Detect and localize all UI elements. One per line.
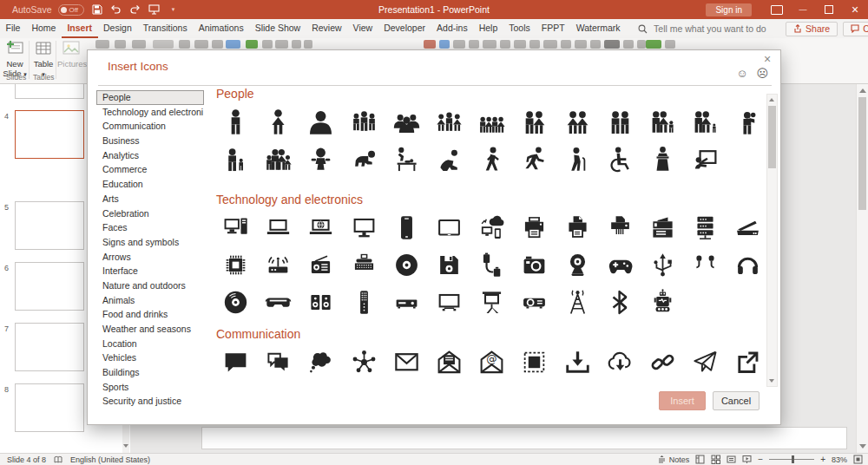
tab-review[interactable]: Review	[306, 19, 347, 38]
slide-thumbnail-7[interactable]	[15, 323, 84, 371]
notes-toggle[interactable]: Notes	[658, 455, 690, 464]
ribbon-display-options-icon[interactable]	[764, 0, 790, 19]
man-icon[interactable]	[214, 104, 257, 139]
open-letter-icon[interactable]	[428, 344, 470, 379]
email-at-icon[interactable]: @	[470, 344, 513, 379]
family-with-child-icon[interactable]	[641, 104, 684, 139]
minimize-button[interactable]: —	[790, 0, 816, 19]
zoom-out-button[interactable]: −	[758, 455, 763, 464]
radio-icon[interactable]	[299, 247, 342, 282]
optical-disc-icon[interactable]	[385, 247, 428, 282]
scrollbar-thumb[interactable]	[858, 97, 866, 210]
autosave-toggle[interactable]: Off	[58, 4, 85, 16]
category-sports[interactable]: Sports	[96, 380, 204, 395]
game-controller-icon[interactable]	[599, 247, 641, 282]
remote-control-icon[interactable]	[343, 285, 385, 319]
category-education[interactable]: Education	[96, 177, 204, 192]
tab-home[interactable]: Home	[26, 19, 62, 38]
printer-icon[interactable]	[513, 210, 556, 245]
hyperlink-chain-icon[interactable]	[641, 344, 684, 379]
close-button[interactable]: ×	[842, 0, 868, 19]
sign-in-button[interactable]: Sign in	[706, 3, 752, 16]
person-bust-icon[interactable]	[299, 104, 342, 139]
category-communication[interactable]: Communication	[96, 119, 204, 134]
category-buildings[interactable]: Buildings	[96, 365, 204, 380]
share-arrow-icon[interactable]	[727, 344, 769, 379]
robot-icon[interactable]	[641, 285, 684, 319]
monitor-icon[interactable]	[343, 210, 385, 245]
tab-developer[interactable]: Developer	[378, 19, 431, 38]
video-projector-icon[interactable]	[513, 285, 556, 319]
category-commerce[interactable]: Commerce	[96, 162, 204, 177]
earbuds-icon[interactable]	[684, 247, 727, 282]
group-four-icon[interactable]	[470, 104, 513, 139]
redo-icon[interactable]	[128, 3, 141, 16]
devices-cloud-sync-icon[interactable]	[470, 210, 513, 245]
slide-thumbnail-8[interactable]	[15, 383, 84, 432]
group-mixed-icon[interactable]	[428, 104, 470, 139]
scroll-up-icon[interactable]	[769, 98, 774, 102]
maximize-button[interactable]	[816, 0, 842, 19]
scrollbar-thumb[interactable]	[768, 106, 776, 168]
slide-sorter-view-icon[interactable]	[711, 455, 720, 464]
tab-help[interactable]: Help	[473, 19, 503, 38]
tab-slide-show[interactable]: Slide Show	[249, 19, 306, 38]
woman-icon[interactable]	[257, 104, 299, 139]
speaker-podium-icon[interactable]	[641, 141, 684, 176]
paper-plane-icon[interactable]	[684, 344, 727, 379]
feedback-frown-icon[interactable]: ☹	[756, 67, 768, 80]
vr-headset-icon[interactable]	[257, 285, 299, 319]
person-running-icon[interactable]	[513, 141, 556, 176]
paper-shredder-icon[interactable]	[599, 210, 641, 245]
webcam-icon[interactable]	[556, 247, 599, 282]
zoom-in-button[interactable]: +	[820, 455, 825, 464]
adult-with-child-icon[interactable]	[214, 141, 257, 176]
tab-insert[interactable]: Insert	[62, 19, 98, 38]
loudspeakers-icon[interactable]	[299, 285, 342, 319]
baby-icon[interactable]	[299, 141, 342, 176]
category-signs-and-symbols[interactable]: Signs and symbols	[96, 235, 204, 250]
slide-edit-surface[interactable]	[201, 427, 847, 449]
tablet-icon[interactable]	[428, 210, 470, 245]
printer-document-icon[interactable]	[556, 210, 599, 245]
scroll-down-icon[interactable]	[769, 379, 774, 383]
category-business[interactable]: Business	[96, 134, 204, 148]
main-scrollbar[interactable]	[856, 84, 868, 453]
person-crouching-icon[interactable]	[428, 141, 470, 176]
wheelchair-icon[interactable]	[599, 141, 641, 176]
category-celebration[interactable]: Celebration	[96, 206, 204, 221]
category-food-and-drinks[interactable]: Food and drinks	[96, 307, 204, 322]
zoom-slider[interactable]	[769, 459, 814, 460]
cancel-button[interactable]: Cancel	[713, 391, 760, 410]
reading-view-icon[interactable]	[727, 455, 736, 464]
wireless-router-icon[interactable]	[257, 247, 299, 282]
tab-add-ins[interactable]: Add-ins	[431, 19, 474, 38]
start-presentation-icon[interactable]	[148, 3, 161, 16]
chat-bubbles-icon[interactable]	[257, 344, 299, 379]
headphones-icon[interactable]	[727, 247, 769, 282]
smartphone-icon[interactable]	[385, 210, 428, 245]
postage-stamp-icon[interactable]	[513, 344, 556, 379]
download-arrow-icon[interactable]	[556, 344, 599, 379]
person-walking-icon[interactable]	[470, 141, 513, 176]
photocopier-icon[interactable]	[641, 210, 684, 245]
language-indicator[interactable]: English (United States)	[70, 455, 150, 464]
media-player-icon[interactable]	[385, 285, 428, 319]
category-faces[interactable]: Faces	[96, 220, 204, 235]
server-rack-icon[interactable]	[684, 210, 727, 245]
tab-design[interactable]: Design	[98, 19, 138, 38]
category-technology-and-electronics[interactable]: Technology and electronics	[96, 105, 204, 120]
tab-tools[interactable]: Tools	[503, 19, 536, 38]
tab-view[interactable]: View	[347, 19, 378, 38]
typewriter-icon[interactable]	[343, 247, 385, 282]
tab-file[interactable]: File	[0, 19, 26, 38]
vinyl-record-icon[interactable]	[214, 285, 257, 319]
laptop-icon[interactable]	[257, 210, 299, 245]
dialog-scrollbar[interactable]	[766, 94, 778, 387]
slide-thumbnail-partial[interactable]	[15, 84, 84, 99]
normal-view-icon[interactable]	[695, 455, 705, 464]
category-security-and-justice[interactable]: Security and justice	[96, 394, 204, 409]
couple-two-men-icon[interactable]	[599, 104, 641, 139]
zoom-level[interactable]: 83%	[832, 455, 847, 464]
elderly-with-cane-icon[interactable]	[556, 141, 599, 176]
